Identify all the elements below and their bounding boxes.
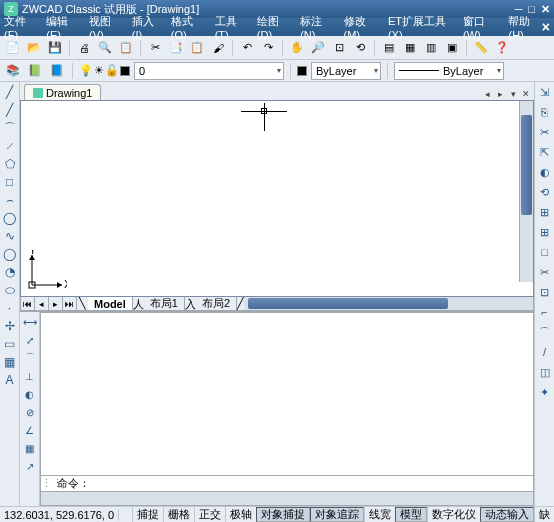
dim-qleader-icon[interactable]: ↗ bbox=[22, 458, 38, 474]
tab-next-icon[interactable]: ▸ bbox=[494, 88, 506, 100]
modify-tool-12[interactable]: ⌒ bbox=[537, 324, 553, 340]
draw-tool-13[interactable]: ✢ bbox=[2, 318, 18, 334]
close-button[interactable]: ✕ bbox=[541, 3, 550, 16]
dim-table-icon[interactable]: ▦ bbox=[22, 440, 38, 456]
modify-tool-15[interactable]: ✦ bbox=[537, 384, 553, 400]
status-snap[interactable]: 捕捉 bbox=[132, 507, 163, 522]
linetype-dropdown[interactable]: ByLayer bbox=[394, 62, 504, 80]
status-grid[interactable]: 栅格 bbox=[163, 507, 194, 522]
modify-tool-14[interactable]: ◫ bbox=[537, 364, 553, 380]
modify-tool-5[interactable]: ⟲ bbox=[537, 184, 553, 200]
modify-tool-11[interactable]: ⌐ bbox=[537, 304, 553, 320]
tp-icon[interactable]: ▥ bbox=[422, 39, 440, 57]
status-lineweight[interactable]: 线宽 bbox=[364, 507, 395, 522]
dim-ord-icon[interactable]: ⊥ bbox=[22, 368, 38, 384]
open-icon[interactable]: 📂 bbox=[25, 39, 43, 57]
coord-readout[interactable]: 132.6031, 529.6176, 0 bbox=[0, 509, 119, 521]
draw-tool-8[interactable]: ∿ bbox=[2, 228, 18, 244]
help-icon[interactable]: ❓ bbox=[493, 39, 511, 57]
dim-ang-icon[interactable]: ∠ bbox=[22, 422, 38, 438]
zoom-prev-icon[interactable]: ⟲ bbox=[351, 39, 369, 57]
vertical-scrollbar[interactable] bbox=[519, 101, 533, 282]
draw-tool-1[interactable]: ╱ bbox=[2, 102, 18, 118]
redo-icon[interactable]: ↷ bbox=[259, 39, 277, 57]
status-osnap[interactable]: 对象捕捉 bbox=[256, 507, 310, 522]
pan-icon[interactable]: ✋ bbox=[288, 39, 306, 57]
props-icon[interactable]: ▤ bbox=[380, 39, 398, 57]
drawing-canvas[interactable]: X Y bbox=[20, 100, 534, 297]
tab-close-icon[interactable]: ✕ bbox=[520, 88, 532, 100]
status-dyn[interactable]: 动态输入 bbox=[480, 507, 534, 522]
draw-tool-7[interactable]: ◯ bbox=[2, 210, 18, 226]
tab-prev-icon[interactable]: ◂ bbox=[481, 88, 493, 100]
sheet-tab-model[interactable]: Model bbox=[88, 297, 133, 310]
match-icon[interactable]: 🖌 bbox=[209, 39, 227, 57]
zoom-win-icon[interactable]: ⊡ bbox=[330, 39, 348, 57]
status-digitizer[interactable]: 数字化仪 bbox=[427, 507, 480, 522]
zoom-rt-icon[interactable]: 🔎 bbox=[309, 39, 327, 57]
dim-linear-icon[interactable]: ⟷ bbox=[22, 314, 38, 330]
tab-list-icon[interactable]: ▾ bbox=[507, 88, 519, 100]
sheet-last-icon[interactable]: ⏭ bbox=[63, 297, 77, 310]
sheet-tab-layout1[interactable]: 布局1 bbox=[144, 297, 185, 310]
grip-icon[interactable]: ⋮⋮ bbox=[41, 477, 55, 490]
sheet-prev-icon[interactable]: ◂ bbox=[35, 297, 49, 310]
sheet-first-icon[interactable]: ⏮ bbox=[21, 297, 35, 310]
cut-icon[interactable]: ✂ bbox=[146, 39, 164, 57]
sheet-tab-layout2[interactable]: 布局2 bbox=[196, 297, 237, 310]
command-history[interactable] bbox=[40, 312, 534, 476]
copy-icon[interactable]: 📑 bbox=[167, 39, 185, 57]
status-polar[interactable]: 极轴 bbox=[225, 507, 256, 522]
modify-tool-10[interactable]: ⊡ bbox=[537, 284, 553, 300]
save-icon[interactable]: 💾 bbox=[46, 39, 64, 57]
modify-tool-8[interactable]: □ bbox=[537, 244, 553, 260]
dim-arc-icon[interactable]: ⌒ bbox=[22, 350, 38, 366]
color-dropdown[interactable]: ByLayer bbox=[311, 62, 381, 80]
status-ann[interactable]: 缺 bbox=[534, 507, 554, 522]
cmd-scrollbar[interactable] bbox=[40, 492, 534, 506]
publish-icon[interactable]: 📋 bbox=[117, 39, 135, 57]
undo-icon[interactable]: ↶ bbox=[238, 39, 256, 57]
layer-mgr-icon[interactable]: 📚 bbox=[4, 62, 22, 80]
command-line[interactable]: ⋮⋮ 命令： bbox=[40, 476, 534, 492]
horizontal-scrollbar[interactable] bbox=[244, 297, 533, 310]
draw-tool-15[interactable]: ▦ bbox=[2, 354, 18, 370]
draw-tool-4[interactable]: ⬠ bbox=[2, 156, 18, 172]
modify-tool-0[interactable]: ⇲ bbox=[537, 84, 553, 100]
layer-dropdown[interactable]: 0 bbox=[134, 62, 284, 80]
new-icon[interactable]: 📄 bbox=[4, 39, 22, 57]
status-otrack[interactable]: 对象追踪 bbox=[310, 507, 364, 522]
modify-tool-13[interactable]: / bbox=[537, 344, 553, 360]
draw-tool-0[interactable]: ╱ bbox=[2, 84, 18, 100]
modify-tool-7[interactable]: ⊞ bbox=[537, 224, 553, 240]
sheet-next-icon[interactable]: ▸ bbox=[49, 297, 63, 310]
doc-close-button[interactable]: × bbox=[542, 19, 550, 35]
ss-icon[interactable]: ▣ bbox=[443, 39, 461, 57]
color-swatch[interactable] bbox=[297, 66, 307, 76]
draw-tool-10[interactable]: ◔ bbox=[2, 264, 18, 280]
draw-tool-16[interactable]: A bbox=[2, 372, 18, 388]
draw-tool-14[interactable]: ▭ bbox=[2, 336, 18, 352]
print-icon[interactable]: 🖨 bbox=[75, 39, 93, 57]
modify-tool-3[interactable]: ⇱ bbox=[537, 144, 553, 160]
modify-tool-2[interactable]: ✂ bbox=[537, 124, 553, 140]
modify-tool-6[interactable]: ⊞ bbox=[537, 204, 553, 220]
dim-aligned-icon[interactable]: ⤢ bbox=[22, 332, 38, 348]
status-ortho[interactable]: 正交 bbox=[194, 507, 225, 522]
modify-tool-4[interactable]: ◐ bbox=[537, 164, 553, 180]
dim-rad-icon[interactable]: ◐ bbox=[22, 386, 38, 402]
draw-tool-3[interactable]: ⟋ bbox=[2, 138, 18, 154]
draw-tool-2[interactable]: ⌒ bbox=[2, 120, 18, 136]
preview-icon[interactable]: 🔍 bbox=[96, 39, 114, 57]
layer-state-icon[interactable]: 📘 bbox=[48, 62, 66, 80]
draw-tool-12[interactable]: · bbox=[2, 300, 18, 316]
paste-icon[interactable]: 📋 bbox=[188, 39, 206, 57]
dist-icon[interactable]: 📏 bbox=[472, 39, 490, 57]
modify-tool-9[interactable]: ✂ bbox=[537, 264, 553, 280]
dc-icon[interactable]: ▦ bbox=[401, 39, 419, 57]
draw-tool-6[interactable]: ⌢ bbox=[2, 192, 18, 208]
modify-tool-1[interactable]: ⎘ bbox=[537, 104, 553, 120]
doc-tab-drawing1[interactable]: Drawing1 bbox=[24, 84, 101, 100]
dim-dia-icon[interactable]: ⊘ bbox=[22, 404, 38, 420]
draw-tool-9[interactable]: ◯ bbox=[2, 246, 18, 262]
